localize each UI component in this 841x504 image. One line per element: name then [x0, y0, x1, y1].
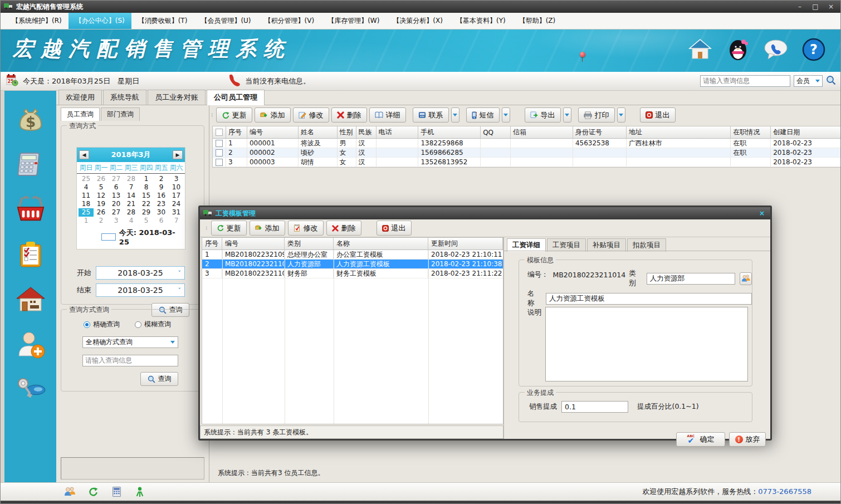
calculator-icon[interactable] [16, 149, 46, 179]
bottom-bar: 欢迎使用宏越系列软件，服务热线：0773-2667558 [1, 482, 841, 501]
delete-button[interactable]: 删除 [331, 107, 367, 123]
menu-help[interactable]: 【帮助】(Z) [512, 13, 563, 29]
tab-deduction-items[interactable]: 扣款项目 [627, 238, 666, 252]
minimize-button[interactable]: – [793, 3, 807, 11]
person-icon[interactable] [134, 486, 145, 497]
money-bag-icon[interactable]: $ [16, 104, 46, 134]
table-row[interactable]: 2000002顷砂女汉1569866285在职2018-02-23 [213, 148, 841, 158]
export-button[interactable]: 导出 [525, 107, 561, 123]
calendar-next-button[interactable]: ▶ [173, 150, 183, 159]
contact-dropdown-arrow[interactable] [451, 107, 459, 123]
table-row[interactable]: 3000003胡情女汉135268139522018-02-23 [213, 158, 841, 167]
tab-salary-detail[interactable]: 工资详细 [507, 238, 546, 252]
side-icon-bar: $ [1, 91, 56, 482]
tab-employee-query[interactable]: 员工查询 [61, 107, 100, 121]
menu-system-maintenance[interactable]: 【系统维护】(R) [5, 13, 69, 29]
exact-query-radio[interactable] [84, 321, 90, 328]
refresh-button[interactable]: 更新 [216, 107, 252, 123]
checklist-icon[interactable] [16, 239, 46, 270]
menu-basic-data[interactable]: 【基本资料】(Y) [449, 13, 512, 29]
exit-button[interactable]: 退出 [640, 107, 676, 123]
dialog-title-bar[interactable]: 工资模板管理 × [200, 207, 770, 219]
shopping-basket-icon[interactable] [16, 194, 46, 224]
tab-system-nav[interactable]: 系统导航 [103, 90, 146, 105]
commission-hint: 提成百分比(0.1~1) [637, 402, 699, 412]
maximize-button[interactable]: □ [808, 3, 823, 11]
close-button[interactable]: × [824, 3, 838, 11]
dialog-status-text: 系统提示：当前共有 3 条工资模板。 [200, 425, 503, 439]
calendar-today-box[interactable] [101, 233, 116, 241]
tab-company-staff[interactable]: 公司员工管理 [207, 90, 265, 105]
fuzzy-query-radio[interactable] [135, 321, 141, 328]
end-date-combo[interactable]: 2018-03-25˅ [96, 283, 185, 297]
calculator-icon[interactable] [111, 486, 122, 497]
table-row-selected[interactable]: 2MB20180223211014人力资源部人力资源工资模板2018-02-23… [202, 260, 503, 269]
row-checkbox[interactable] [216, 149, 223, 156]
tab-subsidy-items[interactable]: 补贴项目 [587, 238, 626, 252]
add-user-icon[interactable] [16, 330, 46, 360]
help-icon[interactable]: ? [801, 37, 826, 62]
tab-welcome[interactable]: 欢迎使用 [58, 90, 102, 105]
menu-inventory-management[interactable]: 【库存管理】(W) [321, 13, 386, 29]
dialog-add-button[interactable]: 添加 [250, 221, 285, 236]
query-text-input[interactable]: 请输入查询信息 [82, 355, 178, 366]
desc-textarea[interactable] [545, 307, 748, 381]
row-checkbox[interactable] [216, 140, 223, 147]
sms-dropdown-arrow[interactable] [502, 107, 510, 123]
calendar-prev-button[interactable]: ◀ [79, 150, 89, 159]
text-query-button[interactable]: 查询 [140, 372, 178, 386]
category-input[interactable]: 人力资源部 [647, 273, 735, 285]
category-picker-button[interactable] [740, 272, 752, 285]
menu-points-management[interactable]: 【积分管理】(V) [258, 13, 321, 29]
template-table-header[interactable]: 序号编号类别名称更新时间 [202, 238, 503, 250]
query-mode-select[interactable]: 全精确方式查询 [82, 336, 178, 348]
print-button[interactable]: 打印 [578, 107, 615, 123]
tab-department-query[interactable]: 部门查询 [101, 107, 140, 121]
call-icon[interactable] [764, 37, 788, 62]
detail-button[interactable]: 详细 [369, 107, 406, 123]
global-search-icon[interactable] [826, 75, 836, 87]
cancel-button[interactable]: ! 放弃 [729, 432, 766, 447]
dialog-edit-button[interactable]: 修改 [288, 221, 324, 236]
ok-icon: ABC✔ [687, 435, 697, 444]
key-icon[interactable] [16, 375, 46, 405]
start-date-combo[interactable]: 2018-03-25˅ [96, 266, 185, 280]
calendar-grid[interactable]: 25262728123 45678910 11121314151617 1819… [77, 174, 185, 226]
home-icon[interactable] [688, 37, 712, 62]
refresh-icon[interactable] [87, 486, 99, 497]
employee-table-header[interactable]: 序号编号姓名性别民族电话手机QQ信箱身份证号地址在职情况创建日期 [213, 126, 841, 139]
global-search-input[interactable]: 请输入查询信息 [700, 75, 790, 87]
calendar-today-label[interactable]: 今天: 2018-03-25 [119, 228, 185, 246]
menu-member-management[interactable]: 【会员管理】(U) [194, 13, 257, 29]
sales-commission-input[interactable]: 0.1 [561, 401, 628, 413]
dialog-exit-button[interactable]: 退出 [377, 221, 412, 236]
ok-button[interactable]: ABC✔ 确定 [676, 432, 725, 447]
tab-salary-items[interactable]: 工资项目 [547, 238, 586, 252]
contact-button[interactable]: 联系 [413, 107, 449, 123]
dialog-refresh-button[interactable]: 更新 [211, 221, 247, 236]
table-row[interactable]: 1000001将波及男汉138225986845632538广西桂林市在职201… [213, 139, 841, 148]
row-checkbox[interactable] [216, 159, 223, 166]
add-button[interactable]: 添加 [255, 107, 291, 123]
house-icon[interactable] [16, 285, 46, 315]
sms-button[interactable]: 短信 [466, 107, 500, 123]
table-row[interactable]: 3MB20180223211047财务部财务工资模板2018-02-23 21:… [202, 269, 503, 278]
users-icon [741, 275, 750, 282]
users-icon[interactable] [64, 486, 75, 497]
export-dropdown-arrow[interactable] [563, 107, 571, 123]
name-input[interactable]: 人力资源工资模板 [546, 293, 752, 305]
table-row[interactable]: 1MB20180223210933总经理办公室办公室工资模板2018-02-23… [202, 250, 503, 260]
menu-office-center[interactable]: 【办公中心】(S) [69, 13, 131, 29]
dialog-delete-button[interactable]: 删除 [326, 221, 361, 236]
menu-decision-analysis[interactable]: 【决策分析】(X) [386, 13, 449, 29]
select-all-checkbox[interactable] [216, 129, 223, 136]
tab-staff-business[interactable]: 员工业务对账 [148, 90, 206, 105]
qq-icon[interactable] [726, 37, 750, 62]
dialog-close-button[interactable]: × [757, 209, 767, 217]
print-dropdown-arrow[interactable] [617, 107, 625, 123]
menu-consume-cashier[interactable]: 【消费收银】(T) [131, 13, 194, 29]
search-category-select[interactable]: 会员 [794, 75, 823, 87]
search-icon [148, 375, 155, 383]
edit-button[interactable]: 修改 [293, 107, 329, 123]
call-status-text: 当前没有来电信息。 [245, 76, 310, 86]
